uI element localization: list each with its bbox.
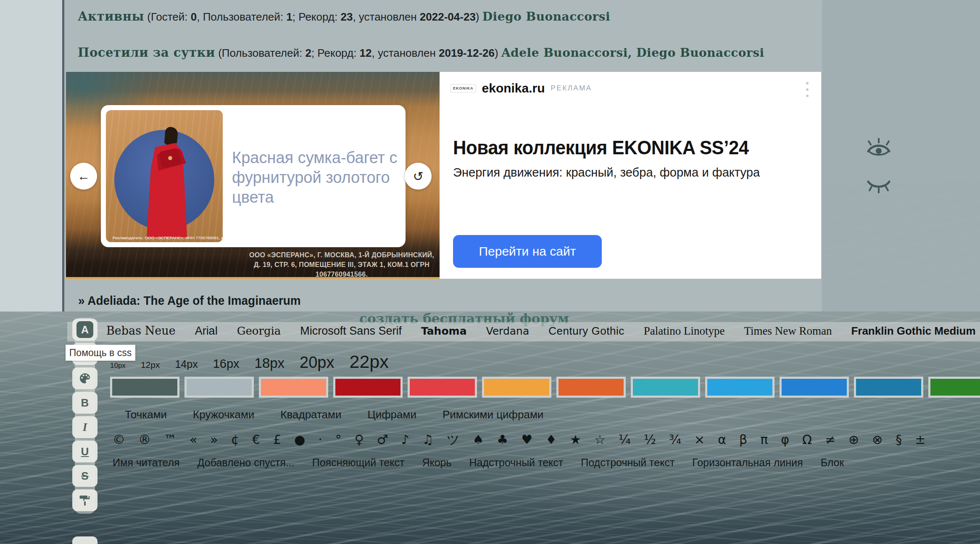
quote-button[interactable] <box>72 536 97 544</box>
hide-topic-eye-icon[interactable] <box>865 174 893 198</box>
list-style-option[interactable]: Римскими цифрами <box>443 408 543 421</box>
ad-subheadline: Энергия движения: красный, зебра, форма … <box>453 165 760 180</box>
font-option[interactable]: Century Gothic <box>548 325 624 338</box>
ad-cta-button[interactable]: Перейти на сайт <box>453 235 602 268</box>
special-char-button[interactable]: € <box>252 432 260 447</box>
color-swatch[interactable] <box>408 377 477 398</box>
color-swatch[interactable] <box>928 377 980 398</box>
color-swatch[interactable] <box>780 377 849 398</box>
special-char-button[interactable]: π <box>760 432 768 447</box>
special-char-button[interactable]: φ <box>781 432 789 447</box>
ad-legal-text: ООО «ЭСПЕРАНС», Г. МОСКВА, 1-Й ДОБРЫНИНС… <box>247 250 437 279</box>
color-swatch[interactable] <box>556 377 626 398</box>
special-char-button[interactable]: ● <box>294 432 305 447</box>
color-swatch[interactable] <box>631 377 700 398</box>
size-option[interactable]: 14px <box>175 358 198 370</box>
list-style-option[interactable]: Цифрами <box>367 408 416 421</box>
insert-option[interactable]: Подстрочный текст <box>581 457 674 469</box>
font-option[interactable]: Verdana <box>486 325 530 337</box>
special-char-button[interactable]: ½ <box>644 432 656 447</box>
special-char-button[interactable]: « <box>190 432 197 447</box>
special-char-button[interactable]: ♫ <box>422 432 434 447</box>
special-char-button[interactable]: » <box>210 432 218 447</box>
list-style-option[interactable]: Точками <box>125 408 167 421</box>
special-char-button[interactable]: ° <box>335 432 342 447</box>
special-char-button[interactable]: ♂ <box>377 432 388 447</box>
font-family-button[interactable]: A <box>72 319 97 341</box>
special-char-button[interactable]: ♣ <box>497 432 508 447</box>
special-char-button[interactable]: ♦ <box>545 432 557 447</box>
special-char-button[interactable]: ツ <box>447 431 460 449</box>
ad-product-card[interactable]: Рекламодатель: ООО «ЭСПЕРАНС», ИНН 77057… <box>101 105 406 247</box>
special-char-button[interactable]: ¢ <box>231 432 239 447</box>
color-swatch[interactable] <box>184 377 254 398</box>
ad-label: РЕКЛАМА <box>551 84 592 92</box>
special-char-button[interactable]: © <box>113 432 125 447</box>
size-option[interactable]: 16px <box>213 357 240 371</box>
insert-option[interactable]: Якорь <box>422 457 451 469</box>
font-option[interactable]: Microsoft Sans Serif <box>300 325 402 338</box>
strikethrough-button[interactable]: S <box>72 465 97 487</box>
color-swatch[interactable] <box>333 377 403 398</box>
special-char-button[interactable]: ® <box>138 432 151 447</box>
page-left-margin <box>0 0 62 312</box>
special-char-button[interactable]: × <box>694 432 705 447</box>
active-user-link[interactable]: Diego Buonaccorsi <box>482 10 610 24</box>
special-char-button[interactable]: ★ <box>570 432 581 447</box>
daily-visitor-links[interactable]: Adele Buonaccorsi, Diego Buonaccorsi <box>501 46 764 60</box>
special-char-button[interactable]: · <box>318 432 322 447</box>
insert-option[interactable]: Горизонтальная линия <box>692 457 803 469</box>
ad-menu-icon[interactable] <box>806 82 809 97</box>
size-option[interactable]: 12px <box>141 360 160 370</box>
color-swatch[interactable] <box>854 377 923 398</box>
ad-prev-button[interactable]: ← <box>70 163 97 190</box>
special-char-button[interactable]: β <box>739 432 747 447</box>
insert-option[interactable]: Добавлено спустя... <box>198 457 295 469</box>
special-char-button[interactable]: ♪ <box>401 432 409 447</box>
special-char-button[interactable]: ♠ <box>472 432 484 447</box>
bold-button[interactable]: B <box>72 392 97 414</box>
special-char-button[interactable]: ≠ <box>825 432 835 447</box>
special-char-button[interactable]: α <box>718 432 726 447</box>
font-option[interactable]: Tahoma <box>421 325 467 337</box>
insert-option[interactable]: Поясняющий текст <box>312 457 405 469</box>
font-option[interactable]: Bebas Neue <box>106 324 176 337</box>
special-char-button[interactable]: ⊗ <box>872 432 883 447</box>
size-option[interactable]: 18px <box>255 355 285 371</box>
font-option[interactable]: Arial <box>195 325 218 338</box>
special-char-button[interactable]: ± <box>915 432 925 447</box>
size-option[interactable]: 22px <box>350 351 389 372</box>
text-color-button[interactable] <box>72 367 97 389</box>
special-char-button[interactable]: ☆ <box>594 432 606 447</box>
special-char-button[interactable]: ♀ <box>355 432 364 447</box>
special-char-button[interactable]: ⊕ <box>848 432 859 447</box>
font-option[interactable]: Georgia <box>237 325 281 337</box>
color-swatch[interactable] <box>259 377 328 398</box>
font-option[interactable]: Palatino Linotype <box>644 325 725 338</box>
special-char-button[interactable]: £ <box>273 432 281 447</box>
special-char-button[interactable]: ¼ <box>619 432 631 447</box>
list-style-option[interactable]: Кружочками <box>193 408 254 421</box>
size-option[interactable]: 10px <box>110 362 126 370</box>
special-char-button[interactable]: ♥ <box>521 432 532 447</box>
insert-option[interactable]: Имя читателя <box>113 457 180 469</box>
ad-refresh-button[interactable]: ↺ <box>405 163 432 190</box>
insert-option[interactable]: Блок <box>821 457 844 469</box>
list-style-option[interactable]: Квадратами <box>280 408 341 421</box>
italic-button[interactable]: I <box>72 416 97 438</box>
paint-roller-button[interactable] <box>72 489 97 511</box>
special-char-button[interactable]: ¾ <box>669 432 681 447</box>
color-swatch[interactable] <box>482 377 551 398</box>
special-char-button[interactable]: § <box>896 432 902 447</box>
font-option[interactable]: Franklin Gothic Medium <box>851 325 975 338</box>
color-swatch[interactable] <box>705 377 775 398</box>
size-option[interactable]: 20px <box>300 354 334 372</box>
font-option[interactable]: Times New Roman <box>744 325 832 338</box>
color-swatch[interactable] <box>110 377 179 398</box>
special-char-button[interactable]: Ω <box>802 432 812 447</box>
brand-link[interactable]: ekonika.ru <box>482 81 545 95</box>
watch-topic-eye-icon[interactable] <box>865 137 893 161</box>
special-char-button[interactable]: ™ <box>164 432 177 447</box>
insert-option[interactable]: Надстрочный текст <box>469 457 564 469</box>
underline-button[interactable]: U <box>72 441 97 462</box>
